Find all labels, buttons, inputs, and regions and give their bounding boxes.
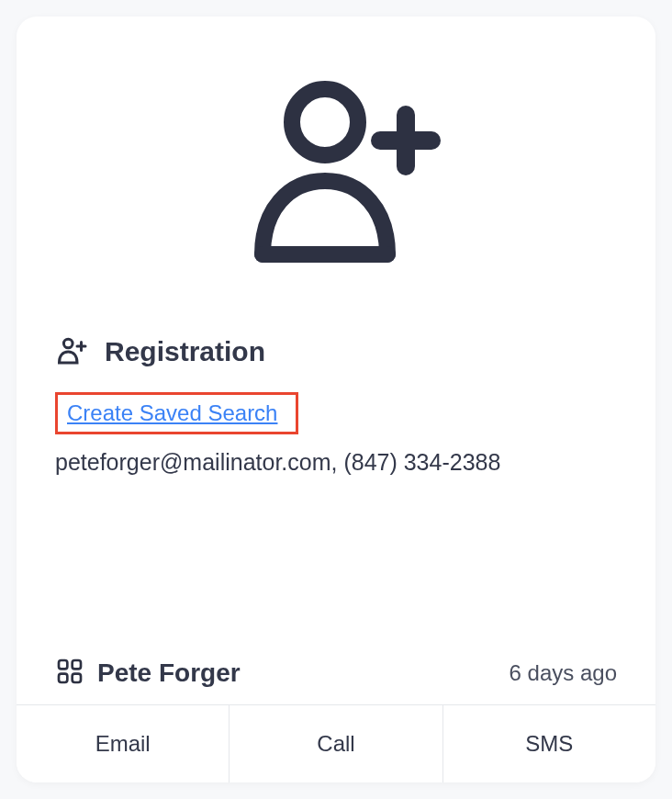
- create-saved-search-link[interactable]: Create Saved Search: [67, 400, 277, 425]
- grid-icon: [55, 657, 84, 690]
- svg-rect-6: [59, 660, 67, 669]
- lead-identity: Pete Forger: [55, 657, 241, 690]
- details-section: Registration Create Saved Search petefor…: [17, 309, 655, 657]
- action-bar: Email Call SMS: [17, 704, 655, 782]
- sms-button[interactable]: SMS: [443, 705, 655, 782]
- hero-icon-area: [17, 17, 655, 309]
- registration-title: Registration: [105, 336, 265, 367]
- create-saved-search-highlight: Create Saved Search: [55, 392, 298, 434]
- lead-meta-row: Pete Forger 6 days ago: [17, 657, 655, 704]
- add-user-icon: [226, 67, 446, 291]
- lead-card: Registration Create Saved Search petefor…: [17, 17, 655, 782]
- contact-info: peteforger@mailinator.com, (847) 334-238…: [55, 449, 617, 476]
- svg-rect-8: [59, 674, 67, 682]
- svg-point-3: [63, 339, 73, 348]
- add-user-small-icon: [55, 335, 88, 368]
- call-button[interactable]: Call: [230, 705, 442, 782]
- svg-rect-9: [73, 674, 81, 682]
- svg-point-0: [292, 89, 358, 155]
- lead-timestamp: 6 days ago: [510, 660, 617, 686]
- svg-rect-7: [73, 660, 81, 669]
- email-button[interactable]: Email: [17, 705, 230, 782]
- lead-name: Pete Forger: [97, 658, 241, 688]
- registration-row: Registration: [55, 335, 617, 368]
